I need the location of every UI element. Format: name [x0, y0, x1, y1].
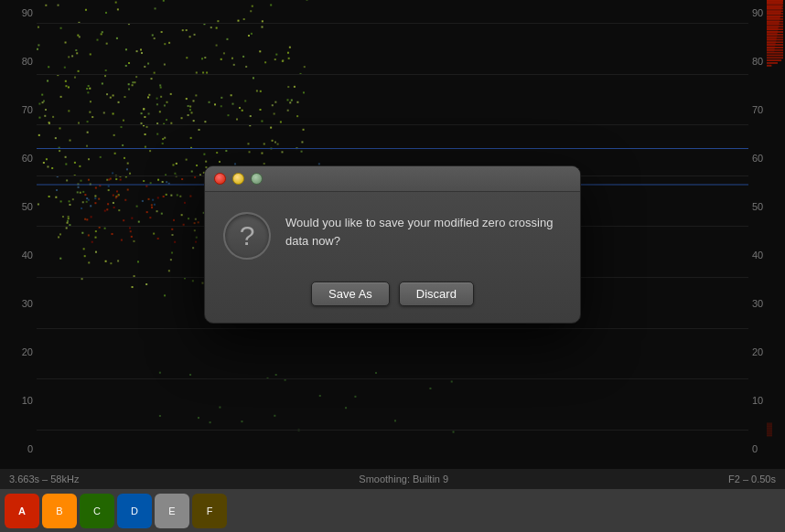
minimize-button[interactable] — [232, 173, 244, 185]
close-button[interactable] — [214, 173, 226, 185]
question-icon: ? — [223, 212, 271, 260]
dock-item-2[interactable]: B — [42, 494, 77, 528]
save-dialog: ? Would you like to save your modified z… — [204, 165, 581, 324]
modal-overlay: ? Would you like to save your modified z… — [0, 0, 785, 489]
dialog-message: Would you like to save your modified zer… — [285, 210, 562, 250]
dock-item-4[interactable]: D — [117, 494, 152, 528]
dock-item-1[interactable]: A — [5, 494, 39, 528]
dialog-body: ? Would you like to save your modified z… — [205, 192, 580, 269]
discard-button[interactable]: Discard — [399, 282, 474, 306]
dock-item-5[interactable]: E — [155, 494, 189, 528]
maximize-button[interactable] — [251, 173, 263, 185]
dock-item-6[interactable]: F — [192, 494, 227, 528]
dock-item-3[interactable]: C — [80, 494, 114, 528]
dock-bar: A B C D E F — [0, 489, 785, 532]
save-as-button[interactable]: Save As — [311, 282, 390, 306]
dialog-titlebar — [205, 166, 580, 192]
dialog-buttons: Save As Discard — [205, 269, 580, 323]
